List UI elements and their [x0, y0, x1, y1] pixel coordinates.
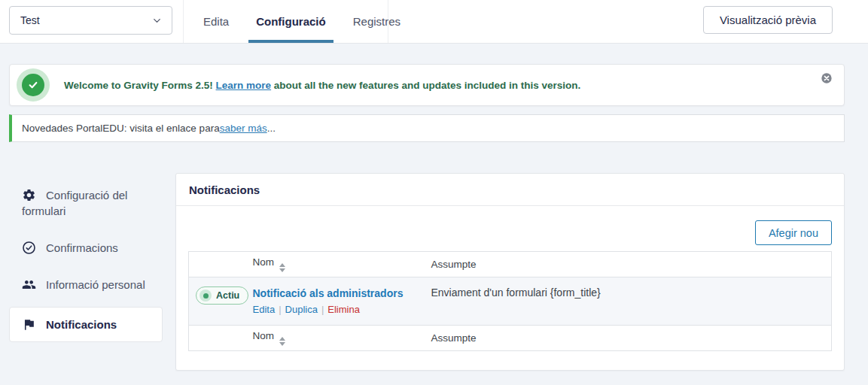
sidebar-item-label: Configuració del formulari	[22, 189, 127, 217]
action-separator: |	[321, 304, 324, 315]
name-column-label: Nom	[253, 330, 275, 341]
notice-text-after: ...	[267, 123, 276, 134]
form-selector[interactable]: Test	[9, 6, 172, 35]
sidebar-item-informacio-personal[interactable]: Informació personal	[9, 268, 163, 301]
table-row: Actiu Notificació als administradors Edi…	[189, 277, 832, 326]
status-column-footer	[189, 326, 252, 351]
name-column-footer[interactable]: Nom	[252, 326, 431, 351]
portaledu-notice: Novedades PortalEDU: visita el enlace pa…	[9, 114, 845, 142]
action-separator: |	[279, 304, 281, 315]
notifications-panel: Notificacions Afegir nou Nom Assumpte	[175, 173, 845, 371]
table-footer-row: Nom Assumpte	[189, 326, 832, 351]
people-icon	[22, 277, 36, 292]
sidebar-item-label: Notificacions	[46, 318, 117, 331]
tab-bar: Edita Configuració Registres	[183, 0, 388, 43]
chevron-down-icon	[151, 15, 163, 26]
duplicate-action-link[interactable]: Duplica	[285, 304, 318, 315]
sidebar-item-notificacions[interactable]: Notificacions	[9, 307, 163, 342]
status-badge: Actiu	[196, 286, 248, 305]
welcome-text-before: Welcome to Gravity Forms 2.5!	[64, 80, 216, 91]
tab-registres[interactable]: Registres	[340, 0, 414, 43]
tab-edita[interactable]: Edita	[190, 0, 242, 43]
status-column-header	[189, 252, 252, 277]
subject-column-header: Assumpte	[431, 252, 832, 277]
saber-mas-link[interactable]: saber más	[220, 123, 267, 134]
gear-icon	[22, 188, 36, 202]
check-circle-icon	[22, 241, 36, 255]
success-check-icon	[17, 68, 50, 102]
welcome-banner-text: Welcome to Gravity Forms 2.5! Learn more…	[64, 80, 580, 91]
edit-action-link[interactable]: Edita	[253, 304, 276, 315]
welcome-banner: Welcome to Gravity Forms 2.5! Learn more…	[9, 64, 845, 106]
delete-action-link[interactable]: Elimina	[327, 304, 360, 315]
add-new-button[interactable]: Afegir nou	[755, 220, 832, 245]
tab-configuracio[interactable]: Configuració	[242, 0, 340, 43]
name-column-label: Nom	[253, 256, 275, 268]
learn-more-link[interactable]: Learn more	[216, 80, 272, 91]
sidebar-item-configuracio-formulari[interactable]: Configuració del formulari	[9, 179, 163, 227]
row-actions: Edita|Duplica|Elimina	[253, 304, 430, 315]
welcome-text-after: about all the new features and updates i…	[271, 80, 580, 91]
form-selector-value: Test	[20, 14, 40, 26]
subject-column-footer: Assumpte	[431, 326, 832, 351]
notification-name-link[interactable]: Notificació als administradors	[253, 287, 404, 299]
active-dot-icon	[199, 290, 212, 302]
sidebar-item-label: Confirmacions	[46, 241, 118, 254]
name-column-header[interactable]: Nom	[252, 252, 431, 277]
panel-title: Notificacions	[176, 174, 844, 206]
sort-icon	[279, 263, 285, 272]
notification-subject: Enviament d'un formulari {form_title}	[431, 277, 832, 326]
preview-button[interactable]: Visualització prèvia	[703, 6, 833, 34]
close-icon[interactable]	[821, 72, 833, 84]
table-header-row: Nom Assumpte	[189, 252, 832, 277]
flag-icon	[22, 317, 36, 332]
notifications-table: Nom Assumpte Actiu Notificació als admin…	[188, 251, 832, 351]
sort-icon	[279, 337, 285, 346]
top-bar: Test Edita Configuració Registres Visual…	[0, 0, 868, 44]
settings-sidebar: Configuració del formulari Confirmacions…	[9, 179, 163, 347]
status-badge-label: Actiu	[216, 290, 239, 301]
sidebar-item-label: Informació personal	[46, 278, 145, 291]
notice-text-before: Novedades PortalEDU: visita el enlace pa…	[22, 123, 220, 134]
sidebar-item-confirmacions[interactable]: Confirmacions	[9, 232, 163, 264]
